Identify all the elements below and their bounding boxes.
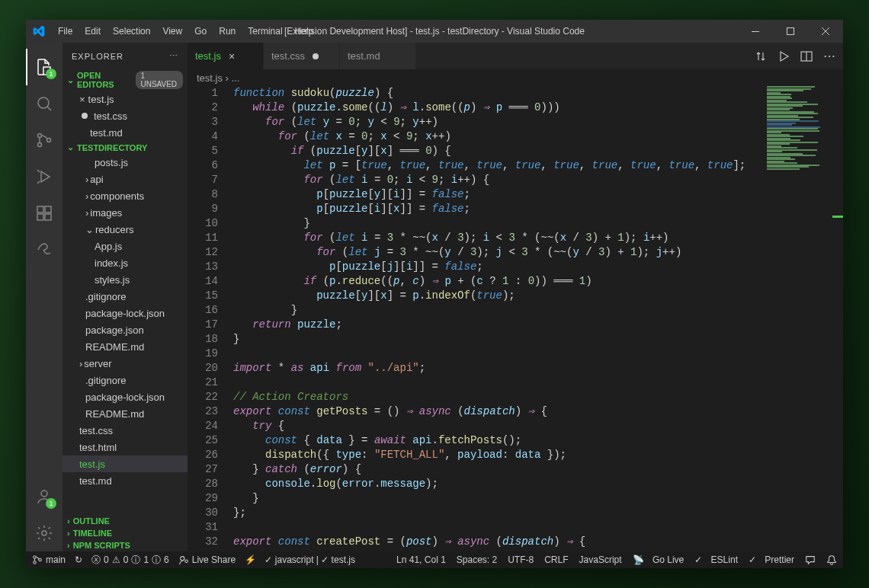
- status-spaces[interactable]: Spaces: 2: [457, 554, 497, 565]
- code-line[interactable]: console.log(error.message);: [233, 477, 843, 491]
- maximize-button[interactable]: [773, 20, 808, 43]
- code-line[interactable]: dispatch({ type: "FETCH_ALL", payload: d…: [233, 448, 843, 462]
- close-button[interactable]: [808, 20, 843, 43]
- tab-test-md[interactable]: test.md: [340, 43, 416, 69]
- code-line[interactable]: puzzle[y][x] = p.indexOf(true);: [233, 289, 843, 303]
- status-problems[interactable]: ⓧ0 ⚠0 ⓘ1 ⓘ6: [91, 554, 169, 567]
- activity-explorer[interactable]: 1: [26, 49, 63, 85]
- code-line[interactable]: let p = [true, true, true, true, true, t…: [233, 158, 843, 173]
- code-line[interactable]: p[puzzle[y][i]] = false;: [233, 187, 843, 202]
- activity-debug[interactable]: [26, 158, 63, 195]
- status-prettier[interactable]: ✓ Prettier: [749, 554, 794, 565]
- status-branch[interactable]: main: [32, 554, 66, 565]
- code-content[interactable]: function sudoku(puzzle) { while (puzzle.…: [233, 86, 843, 551]
- code-line[interactable]: } catch (error) {: [233, 462, 843, 477]
- activity-accounts[interactable]: 1: [26, 478, 63, 515]
- folder-item[interactable]: ›images: [63, 204, 188, 221]
- code-line[interactable]: function sudoku(puzzle) {: [233, 86, 843, 101]
- file-item[interactable]: .gitignore: [63, 288, 188, 305]
- code-line[interactable]: }: [233, 491, 843, 506]
- folder-item[interactable]: ›api: [63, 171, 188, 187]
- code-line[interactable]: // Action Creators: [233, 390, 843, 404]
- file-item[interactable]: README.md: [63, 338, 188, 355]
- file-item[interactable]: index.js: [63, 254, 188, 271]
- editor[interactable]: 1234567891011121314151617181920212223242…: [188, 86, 843, 551]
- folder-item[interactable]: ›components: [63, 187, 188, 204]
- code-line[interactable]: import * as api from "../api";: [233, 361, 843, 375]
- activity-search[interactable]: [26, 85, 63, 122]
- folder-item[interactable]: ›server: [63, 355, 188, 372]
- minimap[interactable]: [765, 86, 832, 170]
- code-line[interactable]: if (puzzle[y][x] ═══ 0) {: [233, 144, 843, 158]
- file-item[interactable]: .gitignore: [63, 372, 188, 388]
- code-line[interactable]: [233, 375, 843, 390]
- status-eslint[interactable]: ✓ ESLint: [694, 554, 738, 565]
- status-feedback[interactable]: [805, 554, 816, 565]
- code-line[interactable]: export const getPosts = () ⇒ async (disp…: [233, 404, 843, 419]
- status-cursor[interactable]: Ln 41, Col 1: [396, 554, 446, 565]
- tab-test-css[interactable]: test.css: [264, 43, 340, 69]
- code-line[interactable]: [233, 520, 843, 535]
- sidebar-more-icon[interactable]: ⋯: [169, 51, 178, 61]
- file-item[interactable]: test.css: [63, 422, 188, 439]
- status-bell[interactable]: [826, 554, 837, 565]
- minimize-button[interactable]: [738, 20, 773, 43]
- status-liveshare[interactable]: Live Share: [178, 554, 236, 565]
- run-icon[interactable]: [778, 50, 790, 62]
- code-line[interactable]: }: [233, 303, 843, 318]
- file-item[interactable]: posts.js: [63, 154, 188, 171]
- more-icon[interactable]: ⋯: [823, 49, 835, 63]
- menu-edit[interactable]: Edit: [79, 20, 107, 43]
- status-lang-check[interactable]: ⚡ ✓ javascript | ✓ test.js: [245, 554, 355, 565]
- file-item[interactable]: test.html: [63, 439, 188, 455]
- status-language[interactable]: JavaScript: [579, 554, 622, 565]
- code-line[interactable]: [233, 347, 843, 361]
- tab-test-js[interactable]: test.js×: [188, 43, 264, 69]
- status-sync[interactable]: ↻: [75, 554, 82, 565]
- menu-terminal[interactable]: Terminal: [242, 20, 288, 43]
- file-item[interactable]: package-lock.json: [63, 388, 188, 405]
- compare-icon[interactable]: [755, 50, 767, 62]
- split-icon[interactable]: [800, 50, 813, 62]
- code-line[interactable]: };: [233, 506, 843, 520]
- activity-scm[interactable]: [26, 122, 63, 158]
- open-editor-item[interactable]: ×test.js: [63, 91, 188, 107]
- file-item[interactable]: test.js: [63, 455, 188, 472]
- code-line[interactable]: while (puzzle.some((l) ⇒ l.some((p) ⇒ p …: [233, 101, 843, 115]
- section-outline[interactable]: ›OUTLINE: [63, 515, 188, 527]
- file-item[interactable]: README.md: [63, 405, 188, 422]
- code-line[interactable]: const { data } = await api.fetchPosts();: [233, 433, 843, 448]
- status-encoding[interactable]: UTF-8: [508, 554, 534, 565]
- menu-file[interactable]: File: [52, 20, 79, 43]
- open-editor-item[interactable]: test.md: [63, 124, 188, 141]
- breadcrumb[interactable]: test.js › ...: [188, 69, 843, 86]
- overview-ruler[interactable]: [832, 86, 843, 551]
- code-line[interactable]: for (let j = 3 * ~~(y / 3); j < 3 * (~~(…: [233, 245, 843, 260]
- file-item[interactable]: styles.js: [63, 271, 188, 288]
- close-icon[interactable]: ×: [79, 94, 85, 105]
- menu-selection[interactable]: Selection: [107, 20, 156, 43]
- code-line[interactable]: export const createPost = (post) ⇒ async…: [233, 535, 843, 549]
- open-editor-item[interactable]: test.css: [63, 107, 188, 124]
- workspace-section[interactable]: ⌄ TESTDIRECTORY: [63, 141, 188, 154]
- code-line[interactable]: for (let i = 3 * ~~(x / 3); i < 3 * (~~(…: [233, 231, 843, 245]
- code-line[interactable]: try {: [233, 419, 843, 433]
- status-golive[interactable]: 📡 Go Live: [633, 554, 685, 565]
- section-timeline[interactable]: ›TIMELINE: [63, 527, 188, 539]
- section-npm-scripts[interactable]: ›NPM SCRIPTS: [63, 539, 188, 551]
- code-line[interactable]: for (let y = 0; y < 9; y++): [233, 115, 843, 129]
- menu-go[interactable]: Go: [188, 20, 213, 43]
- code-line[interactable]: return puzzle;: [233, 318, 843, 332]
- code-line[interactable]: p[puzzle[i][x]] = false;: [233, 202, 843, 216]
- file-item[interactable]: package.json: [63, 321, 188, 338]
- code-line[interactable]: p[puzzle[j][i]] = false;: [233, 260, 843, 274]
- code-line[interactable]: for (let i = 0; i < 9; i++) {: [233, 173, 843, 187]
- activity-custom[interactable]: [26, 232, 63, 268]
- code-line[interactable]: }: [233, 216, 843, 231]
- file-item[interactable]: package-lock.json: [63, 305, 188, 321]
- file-item[interactable]: App.js: [63, 238, 188, 254]
- status-eol[interactable]: CRLF: [544, 554, 568, 565]
- file-item[interactable]: test.md: [63, 472, 188, 489]
- close-icon[interactable]: ×: [229, 50, 235, 62]
- code-line[interactable]: for (let x = 0; x < 9; x++): [233, 129, 843, 144]
